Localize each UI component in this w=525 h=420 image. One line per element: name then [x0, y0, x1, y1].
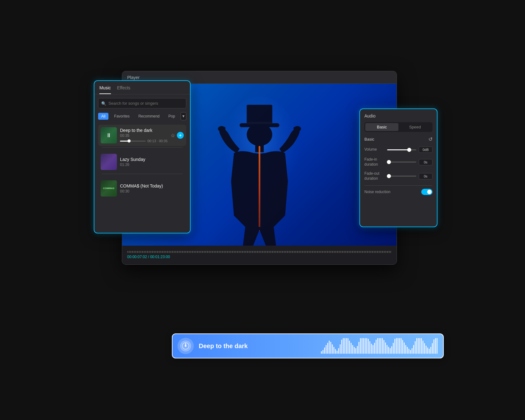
- waveform-bar: [348, 338, 348, 354]
- progress-fill-1: [120, 141, 129, 142]
- tab-effects[interactable]: Effects: [117, 85, 131, 94]
- filter-dropdown-btn[interactable]: ▼: [181, 112, 186, 120]
- now-playing-title: Deep to the dark: [199, 342, 316, 350]
- song-info-3: COMMA$ (Not Today) 00:30: [120, 183, 184, 193]
- favorite-star-1[interactable]: ☆: [171, 132, 175, 138]
- progress-bar-1[interactable]: [120, 141, 146, 142]
- waveform-bar: [387, 345, 388, 354]
- svg-rect-4: [247, 122, 272, 124]
- noise-toggle[interactable]: [421, 189, 432, 195]
- waveform-bar: [344, 338, 345, 354]
- waveform-bar: [418, 338, 419, 354]
- filter-pop[interactable]: Pop: [165, 113, 178, 120]
- section-basic-label: Basic: [364, 137, 374, 142]
- chevron-down-icon: ▼: [182, 114, 185, 118]
- song-thumb-2: [101, 154, 117, 170]
- waveform-bar: [338, 348, 339, 354]
- waveform-bar: [396, 338, 397, 354]
- waveform-bar: [391, 346, 392, 354]
- divider-1: [102, 147, 182, 148]
- volume-slider[interactable]: [387, 149, 416, 150]
- waveform-bar: [374, 343, 375, 354]
- waveform-bar: [330, 342, 331, 354]
- waveform-bar: [362, 338, 362, 354]
- waveform-bar: [422, 341, 423, 354]
- filter-recommend[interactable]: Recommend: [135, 113, 163, 120]
- song-item-1[interactable]: ⏸ Deep to the dark 00:35 00:13 · 00:35: [98, 125, 186, 146]
- svg-rect-6: [258, 146, 260, 231]
- waveform-bar: [426, 346, 427, 354]
- fade-out-row: Fade-out duration 0s: [364, 171, 432, 181]
- waveform-bar: [360, 338, 361, 354]
- waveform-bar: [377, 338, 378, 354]
- waveform-bar: [363, 338, 364, 354]
- waveform-bar: [376, 340, 377, 354]
- audio-tab-basic[interactable]: Basic: [365, 123, 398, 131]
- song-info-1: Deep to the dark 00:35 00:13 · 00:35: [120, 128, 168, 143]
- divider-audio: [364, 185, 432, 186]
- waveform-bar: [332, 344, 333, 354]
- waveform-bar: [393, 343, 394, 354]
- waveform-bar: [355, 348, 356, 354]
- fade-out-slider[interactable]: [387, 176, 416, 177]
- filter-all[interactable]: All: [98, 113, 108, 120]
- volume-thumb: [407, 148, 411, 152]
- add-song-btn-1[interactable]: +: [177, 132, 184, 139]
- fade-in-slider[interactable]: [387, 162, 416, 162]
- fade-out-thumb: [387, 174, 391, 178]
- search-icon: 🔍: [101, 101, 106, 106]
- fade-out-label: Fade-out duration: [364, 171, 385, 181]
- waveform-bar: [408, 349, 409, 354]
- song-name-3: COMMA$ (Not Today): [120, 183, 184, 188]
- search-row: 🔍: [94, 94, 190, 112]
- song-item-3[interactable]: COMMAS COMMA$ (Not Today) 00:30: [98, 178, 186, 199]
- waveform-bar: [412, 348, 412, 354]
- music-panel: Music Effects 🔍 All Favorites Recommend …: [94, 80, 191, 233]
- waveform-bar: [382, 338, 383, 354]
- waveform-bar: [429, 349, 430, 354]
- waveform-bar: [368, 339, 369, 354]
- tab-music[interactable]: Music: [99, 85, 111, 94]
- waveform-bar: [340, 344, 341, 354]
- fade-in-row: Fade-in duration 0s: [364, 157, 432, 167]
- waveform-bar: [383, 340, 384, 354]
- waveform-bar: [366, 338, 367, 354]
- scene: Player: [75, 46, 450, 374]
- song-thumb-1: ⏸: [101, 127, 117, 143]
- waveform-bar: [402, 340, 403, 354]
- song-name-1: Deep to the dark: [120, 128, 168, 133]
- volume-label: Volume: [364, 147, 385, 152]
- waveform-bar: [322, 350, 323, 354]
- waveform-bar: [437, 338, 438, 354]
- audio-panel-title: Audio: [364, 113, 432, 118]
- waveform-bar: [427, 348, 428, 354]
- volume-fill: [387, 149, 409, 150]
- song-list: ⏸ Deep to the dark 00:35 00:13 · 00:35: [94, 123, 190, 200]
- fade-in-label: Fade-in duration: [364, 157, 385, 167]
- search-input[interactable]: [98, 98, 186, 108]
- song-thumb-3: COMMAS: [101, 180, 117, 197]
- section-title-row: Basic ↺: [364, 136, 432, 142]
- now-playing-bar: Deep to the dark: [172, 333, 444, 358]
- waveform-bar: [416, 338, 417, 354]
- waveform-bar: [337, 351, 338, 354]
- waveform-bar: [346, 338, 347, 354]
- song-item-2[interactable]: Lazy Sunday 01:26: [98, 151, 186, 172]
- audio-tabs: Basic Speed: [364, 122, 432, 132]
- waveform-bar: [335, 349, 336, 354]
- waveform-bar: [404, 342, 405, 354]
- timeline-track[interactable]: [127, 251, 392, 253]
- reset-icon[interactable]: ↺: [428, 136, 432, 142]
- audio-tab-speed[interactable]: Speed: [398, 123, 432, 131]
- waveform-bar: [430, 347, 431, 354]
- commas-logo-text: COMMAS: [103, 187, 114, 190]
- noise-row: Noise reduction: [364, 189, 432, 195]
- filter-favorites[interactable]: Favorites: [111, 113, 132, 120]
- divider-2: [102, 174, 182, 174]
- waveform-bar: [405, 345, 406, 354]
- song-info-2: Lazy Sunday 01:26: [120, 157, 184, 167]
- song-duration-3: 00:30: [120, 189, 184, 193]
- player-title: Player: [127, 75, 140, 80]
- svg-point-3: [247, 123, 272, 146]
- timeline-time: 00:00:07:02 / 00:01:23:00: [127, 255, 392, 259]
